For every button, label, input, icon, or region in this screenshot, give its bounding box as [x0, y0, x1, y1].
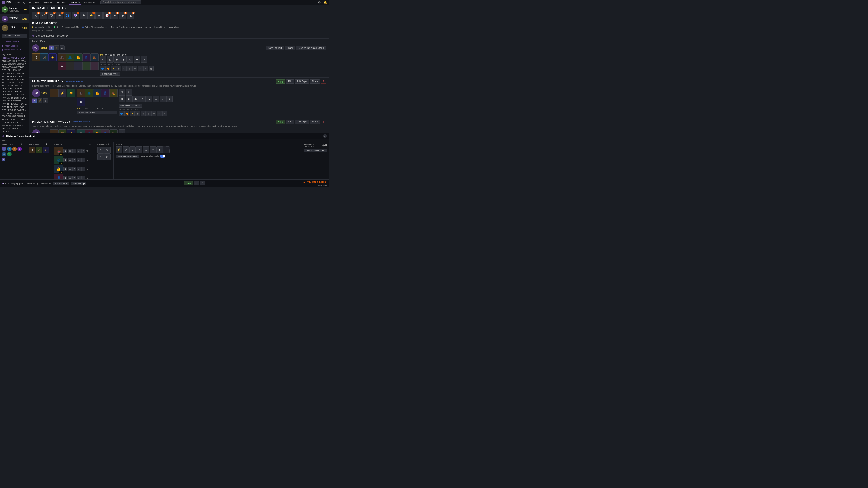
mods-ed-5[interactable]: ☆	[150, 147, 156, 153]
punch-w1[interactable]: ⚡	[58, 89, 66, 97]
equipped-weapon-1[interactable]: 🏹	[40, 53, 49, 61]
nighthawk-a1[interactable]: 🧥	[85, 129, 93, 133]
punch-art-4[interactable]: ◈	[141, 111, 146, 116]
mods-ed-4[interactable]: △	[143, 147, 149, 153]
armor-thumb-0[interactable]: 🎩870	[54, 147, 63, 155]
ingame-slot-12[interactable]: ▲1	[127, 12, 134, 19]
sidebar-loadout-20[interactable]: NIGHTSTALKER GYRFALCON BUILD	[0, 118, 29, 121]
fill-non-equipped-option[interactable]: Fill in using non-equipped	[26, 182, 52, 185]
artifact-icon-6[interactable]: ◆	[132, 66, 137, 71]
artifact-icon-2[interactable]: ⚡	[111, 66, 116, 71]
nighthawk-delete-btn[interactable]: 🗑	[321, 120, 327, 124]
nighthawk-a3[interactable]: 👖	[101, 129, 110, 133]
punch-mod-1[interactable]: ◉	[126, 96, 132, 102]
punch-edit-btn[interactable]: Edit	[286, 79, 294, 84]
general-icon-0[interactable]: △	[97, 147, 104, 153]
sub-strand-icon[interactable]: 🌿	[7, 152, 11, 156]
punch-a0[interactable]: 🎩	[77, 89, 85, 97]
arm-mod-0-1[interactable]: ◉	[68, 149, 72, 153]
arm-mod-2-3[interactable]: ◇	[77, 167, 81, 171]
punch-mod-3[interactable]: ◇	[139, 96, 146, 102]
punch-art-6[interactable]: ◆	[151, 111, 156, 116]
sidebar-loadout-22[interactable]: SOLAR LUCKY PANTS BUILD	[0, 124, 29, 127]
punch-art-8[interactable]: ◇	[162, 111, 167, 116]
general-more-icon[interactable]: ⋮	[110, 143, 112, 146]
sidebar-loadout-18[interactable]: PVE: WARD OF DUSK	[0, 111, 29, 115]
ingame-slot-3[interactable]: ★4	[56, 12, 63, 19]
ingame-slot-10[interactable]: ●1	[111, 12, 119, 19]
sidebar-loadout-10[interactable]: PVE: WARD OF DUSK	[0, 87, 29, 90]
ingame-slot-2[interactable]: 🛡1	[48, 12, 55, 19]
sidebar-loadout-14[interactable]: PVP: ARCING WIND	[0, 99, 29, 102]
nighthawk-share-btn[interactable]: Share	[310, 120, 320, 124]
nighthawk-edit-btn[interactable]: Edit	[286, 120, 294, 124]
nav-records[interactable]: Records	[56, 1, 67, 4]
show-mod-placement-btn[interactable]: Show Mod Placement	[116, 155, 139, 158]
sidebar-loadout-5[interactable]: BEYBLADE STRAND GUY	[0, 71, 29, 74]
nighthawk-edit-copy-btn[interactable]: Edit Copy	[295, 120, 309, 124]
mod-6[interactable]: ◇	[141, 56, 147, 63]
ingame-slot-1[interactable]: 🏹1	[40, 12, 47, 19]
punch-sub-0[interactable]: ✦	[32, 98, 37, 103]
sidebar-loadout-17[interactable]: PVP: MARK OF RADIANCE	[0, 108, 29, 111]
ingame-slot-6[interactable]: 👁	[80, 12, 87, 19]
artifact-settings-icon[interactable]: ⚙	[325, 144, 327, 147]
arm-mod-0-2[interactable]: ⬡	[72, 149, 76, 153]
save-btn[interactable]: Save	[184, 181, 193, 186]
arm-mod-2-0[interactable]: ⚙	[63, 167, 67, 171]
mod-4[interactable]: ⬡	[127, 56, 133, 63]
punch-sub-1[interactable]: ⚡	[37, 98, 42, 103]
punch-mod-2[interactable]: ⬢	[132, 96, 139, 102]
sidebar-loadout-6[interactable]: PVE: THREADED ASCENSION	[0, 74, 29, 78]
punch-mod-5[interactable]: △	[153, 96, 159, 102]
sidebar-loadout-7[interactable]: PVE: VANISHING CURRENT	[0, 77, 29, 80]
arm-mod-3-3[interactable]: ◇	[77, 176, 81, 180]
punch-delete-btn[interactable]: 🗑	[321, 79, 327, 84]
punch-sub-2[interactable]: ◈	[43, 98, 48, 103]
artifact-icon-4[interactable]: ⬡	[122, 66, 127, 71]
ingame-slot-9[interactable]: 🎯2	[103, 12, 111, 19]
artifact-sync-btn[interactable]: Sync from equipped	[304, 149, 327, 152]
equipped-weapon-0[interactable]: 🗡	[32, 53, 40, 61]
arm-mod-1-4[interactable]: △	[81, 158, 86, 162]
mods-ed-0[interactable]: ⚡	[116, 147, 122, 153]
weapons-more-icon[interactable]: ⋮	[48, 143, 50, 146]
artifact-icon-0[interactable]: 🔵	[100, 66, 105, 71]
nav-vendors[interactable]: Vendors	[42, 1, 53, 4]
char-hunter[interactable]: H Hunter GodMyst... 1996	[0, 5, 29, 14]
punch-art-7[interactable]: ☆	[157, 111, 162, 116]
sub-stasis-icon[interactable]: ❄	[2, 152, 6, 156]
armor-settings-icon[interactable]: ⚙	[89, 143, 91, 146]
nighthawk-a4[interactable]: 🥾	[110, 129, 118, 133]
mod-3[interactable]: ◈	[120, 56, 127, 63]
nighthawk-a2[interactable]: 🦺	[93, 129, 101, 133]
settings-icon[interactable]: ⚙	[317, 0, 321, 4]
artifact-icon-3[interactable]: ◉	[116, 66, 121, 71]
nighthawk-a0[interactable]: 🎩	[77, 129, 85, 133]
general-settings-icon[interactable]: ⚙	[107, 143, 110, 146]
punch-art-0[interactable]: 🔵	[119, 111, 124, 116]
char-titan[interactable]: T Titan ... 1923	[0, 24, 29, 33]
arm-mod-1-0[interactable]: ⚙	[63, 158, 67, 162]
armor-more-icon[interactable]: ⋮	[91, 143, 93, 146]
equipped-armor-8[interactable]	[82, 62, 90, 70]
equipped-armor-6[interactable]	[66, 62, 74, 70]
punch-mod-6[interactable]: ☆	[160, 96, 166, 102]
mods-ed-6[interactable]: ◆	[156, 147, 163, 153]
artifact-info-icon[interactable]: ⓘ	[322, 144, 324, 147]
sidebar-loadout-13[interactable]: PVP: VERMIN'S SHROUD	[0, 96, 29, 99]
artifact-icon-9[interactable]: ⬤	[149, 66, 154, 71]
arm-mod-1-1[interactable]: ◉	[68, 158, 72, 162]
arm-mod-1-3[interactable]: ◇	[77, 158, 81, 162]
arm-mod-3-1[interactable]: ◉	[68, 176, 72, 180]
mod-2[interactable]: ◉	[114, 56, 120, 63]
punch-a2[interactable]: 🦺	[93, 89, 101, 97]
punch-w0[interactable]: 🗡	[50, 89, 58, 97]
arm-mod-2-1[interactable]: ◉	[68, 167, 72, 171]
artifact-icon-5[interactable]: △	[127, 66, 132, 71]
sidebar-loadout-3[interactable]: PRISMATIC GYRFALCON GUY	[0, 65, 29, 68]
editor-w1[interactable]: 🏹	[36, 147, 42, 153]
nav-organizer[interactable]: Organizer	[83, 1, 96, 4]
arm-mod-1-2[interactable]: ⬡	[72, 158, 76, 162]
equipped-optimize-btn[interactable]: ◈ Optimize Armor	[100, 72, 120, 76]
